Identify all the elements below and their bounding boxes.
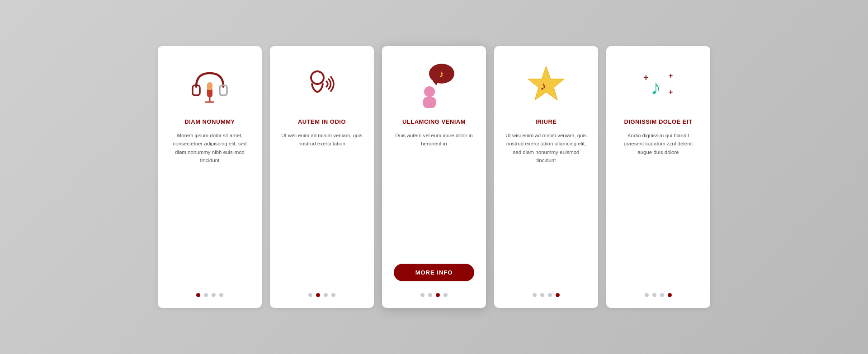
- dot: [420, 293, 425, 297]
- card-1-title: DIAM NONUMMY: [184, 118, 235, 125]
- card-3-icon: ♪: [409, 60, 459, 114]
- svg-text:♪: ♪: [651, 76, 661, 99]
- dot: [540, 293, 544, 297]
- svg-point-6: [311, 71, 324, 84]
- card-4-text: Ut wisi enim ad minim veniam, quis nostr…: [505, 131, 587, 283]
- dot: [331, 293, 335, 297]
- card-1-text: Morem ipsum dolor sit amet, consectetuer…: [169, 131, 251, 283]
- more-info-button[interactable]: MORE INFO: [394, 264, 475, 281]
- dot: [556, 293, 560, 297]
- dot: [324, 293, 328, 297]
- dot: [533, 293, 537, 297]
- card-2-text: Ut wisi enim ad minim veniam, quis nostr…: [281, 131, 363, 283]
- dot: [219, 293, 223, 297]
- cards-container: DIAM NONUMMY Morem ipsum dolor sit amet,…: [140, 28, 728, 326]
- dot: [316, 293, 320, 297]
- card-5-dots: [645, 293, 672, 297]
- card-1-dots: [196, 293, 223, 297]
- dot: [308, 293, 312, 297]
- svg-text:+: +: [643, 73, 649, 83]
- card-4-dots: [533, 293, 560, 297]
- dot: [436, 293, 440, 297]
- dot: [652, 293, 656, 297]
- dot: [196, 293, 200, 297]
- card-3-title: ULLAMCING VENIAM: [402, 118, 466, 125]
- svg-text:+: +: [669, 72, 673, 79]
- card-2-title: AUTEM IN ODIO: [298, 118, 346, 125]
- svg-rect-11: [423, 97, 436, 108]
- svg-marker-9: [433, 81, 439, 85]
- card-1-icon: [187, 60, 232, 114]
- card-2-icon: [299, 60, 344, 114]
- dot: [645, 293, 649, 297]
- card-3-text: Duis autem vel eum iriure dolor in hendr…: [393, 131, 475, 256]
- card-3-dots: [420, 293, 448, 297]
- dot: [443, 293, 448, 297]
- svg-marker-12: [528, 66, 564, 100]
- card-3: ♪ ULLAMCING VENIAM Duis autem vel eum ir…: [382, 46, 486, 308]
- svg-text:+: +: [669, 88, 673, 96]
- card-1: DIAM NONUMMY Morem ipsum dolor sit amet,…: [158, 46, 262, 308]
- card-2: AUTEM IN ODIO Ut wisi enim ad minim veni…: [270, 46, 374, 308]
- card-5: ♪ + + + DIGNISSIM DOLOE EIT Kodio dignis…: [606, 46, 710, 308]
- card-5-text: Kodio dignissim qui blandit praesent lup…: [617, 131, 699, 283]
- dot: [204, 293, 208, 297]
- dot: [212, 293, 216, 297]
- dot: [660, 293, 664, 297]
- card-4-icon: ♪: [521, 60, 571, 114]
- card-4: ♪ IRIURE Ut wisi enim ad minim veniam, q…: [494, 46, 598, 308]
- svg-text:♪: ♪: [439, 68, 444, 79]
- dot: [548, 293, 552, 297]
- card-4-title: IRIURE: [535, 118, 557, 125]
- dot: [668, 293, 672, 297]
- card-5-icon: ♪ + + +: [633, 60, 683, 114]
- card-5-title: DIGNISSIM DOLOE EIT: [624, 118, 692, 125]
- svg-text:♪: ♪: [540, 79, 546, 93]
- card-2-dots: [308, 293, 335, 297]
- svg-point-10: [424, 86, 435, 97]
- dot: [428, 293, 432, 297]
- svg-rect-3: [207, 82, 212, 90]
